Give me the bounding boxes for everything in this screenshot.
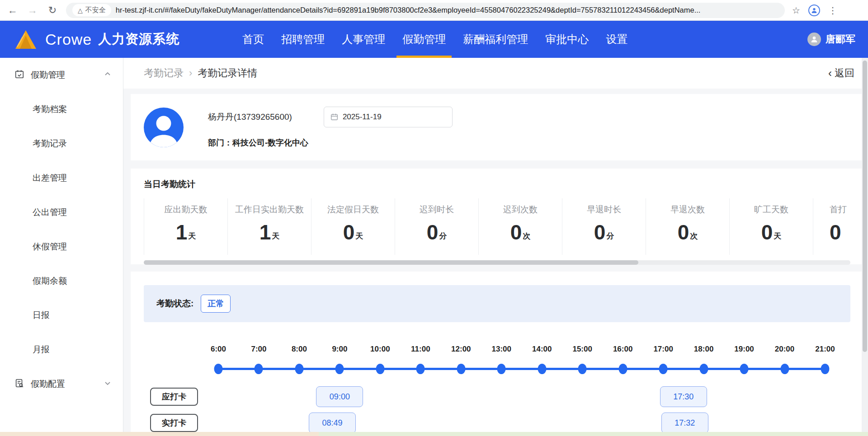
- punch-time-chip: 17:30: [660, 386, 707, 407]
- timeline-hour-label: 14:00: [532, 345, 552, 354]
- product-name: 人力资源系统: [98, 30, 179, 48]
- page: ← → ↻ △ 不安全 hr-test.zjf-it.cn/#/fakeDuty…: [0, 0, 868, 436]
- timeline-dot: [740, 364, 749, 374]
- timeline-dot: [699, 364, 708, 374]
- sidebar-item-0-2[interactable]: 出差管理: [0, 161, 123, 195]
- horizontal-scrollbar[interactable]: [144, 260, 850, 265]
- timeline: 6:007:008:009:0010:0011:0012:0013:0014:0…: [218, 345, 825, 375]
- nav-item-3[interactable]: 假勤管理: [394, 21, 454, 58]
- timeline-dot: [780, 364, 789, 374]
- top-nav: Crowe 人力资源系统 首页招聘管理人事管理假勤管理薪酬福利管理审批中心设置 …: [0, 21, 868, 58]
- timeline-hour-label: 21:00: [815, 345, 835, 354]
- timeline-hour-label: 11:00: [411, 345, 430, 354]
- nav-item-5[interactable]: 审批中心: [537, 21, 597, 58]
- employee-card: 杨丹丹(13739265600) 2025-11-19: [131, 94, 863, 160]
- stat-value-row: 0次: [479, 222, 562, 243]
- stat-value-row: 0天: [311, 222, 395, 243]
- stat-card-4: 迟到次数0次: [478, 198, 562, 255]
- stat-unit: 分: [439, 231, 447, 243]
- browser-back-icon[interactable]: ←: [6, 5, 19, 16]
- status-label: 考勤状态:: [156, 298, 193, 309]
- employee-department: 部门：科技公司-数字化中心: [208, 137, 453, 148]
- department-value: 科技公司-数字化中心: [232, 138, 308, 147]
- sidebar: 假勤管理考勤档案考勤记录出差管理公出管理休假管理假期余额日报月报假勤配置: [0, 58, 123, 436]
- breadcrumb-current: 考勤记录详情: [198, 66, 257, 80]
- back-button[interactable]: ‹ 返回: [828, 66, 854, 80]
- stat-label: 早退次数: [646, 204, 729, 216]
- stat-value: 0: [427, 222, 439, 243]
- timeline-hour-label: 15:00: [572, 345, 592, 354]
- timeline-dot: [538, 364, 546, 374]
- sidebar-group-label: 假勤管理: [31, 69, 98, 81]
- not-secure-chip[interactable]: △ 不安全: [72, 4, 111, 16]
- nav-item-2[interactable]: 人事管理: [333, 21, 394, 58]
- nav-item-1[interactable]: 招聘管理: [273, 21, 333, 58]
- browser-menu-icon[interactable]: ⋮: [828, 5, 837, 16]
- horizontal-scrollbar-thumb[interactable]: [144, 260, 638, 265]
- vertical-scrollbar-thumb[interactable]: [863, 61, 867, 352]
- brand-name: Crowe: [45, 31, 92, 48]
- main-content: 考勤记录 › 考勤记录详情 ‹ 返回: [123, 58, 868, 436]
- timeline-dot: [295, 364, 303, 374]
- sidebar-group-label: 假勤配置: [31, 378, 98, 390]
- sidebar-group-1[interactable]: 假勤配置: [0, 367, 123, 401]
- timeline-line: [218, 368, 825, 370]
- calendar-check-icon: [14, 69, 24, 81]
- sidebar-item-label: 假期余额: [33, 275, 67, 287]
- stat-value-row: 0分: [395, 222, 478, 243]
- stat-unit: 分: [606, 231, 614, 243]
- stat-value: 1: [259, 222, 271, 243]
- stat-card-3: 迟到时长0分: [395, 198, 478, 255]
- sidebar-item-label: 出差管理: [33, 172, 67, 184]
- punch-time-chip: 08:49: [309, 413, 356, 433]
- user-menu[interactable]: 唐郦军: [807, 33, 855, 46]
- sidebar-item-label: 日报: [33, 309, 50, 321]
- sidebar-item-0-3[interactable]: 公出管理: [0, 195, 123, 230]
- timeline-dot: [497, 364, 506, 374]
- punch-row-label: 实打卡: [150, 414, 198, 432]
- crowe-logo-icon: [13, 29, 39, 50]
- nav-item-0[interactable]: 首页: [234, 21, 273, 58]
- attendance-detail-card: 考勤状态: 正常 6:007:008:009:0010:0011:0012:00…: [131, 272, 863, 436]
- address-bar[interactable]: △ 不安全 hr-test.zjf-it.cn/#/fakeDuty/fakeD…: [66, 3, 785, 18]
- employee-name-phone: 杨丹丹(13739265600): [208, 111, 292, 123]
- timeline-dot: [255, 364, 263, 374]
- stat-value: 1: [176, 222, 188, 243]
- sidebar-item-0-1[interactable]: 考勤记录: [0, 127, 123, 161]
- sidebar-item-0-7[interactable]: 月报: [0, 333, 123, 367]
- stat-card-5: 早退时长0分: [562, 198, 646, 255]
- stat-card-0: 应出勤天数1天: [144, 198, 227, 255]
- date-picker[interactable]: 2025-11-19: [324, 107, 453, 127]
- stat-value: 0: [678, 222, 689, 243]
- stat-unit: 天: [774, 231, 781, 243]
- sidebar-item-0-0[interactable]: 考勤档案: [0, 92, 123, 127]
- timeline-hour-label: 6:00: [211, 345, 226, 354]
- timeline-hour-label: 18:00: [694, 345, 713, 354]
- timeline-dot: [659, 364, 668, 374]
- browser-profile-icon[interactable]: [808, 5, 820, 16]
- url-text: hr-test.zjf-it.cn/#/fakeDuty/fakeDutyMan…: [116, 6, 701, 14]
- stat-value-row: 0: [830, 222, 850, 243]
- stat-label: 早退时长: [562, 204, 646, 216]
- breadcrumb-parent[interactable]: 考勤记录: [144, 66, 184, 80]
- sidebar-item-0-6[interactable]: 日报: [0, 298, 123, 333]
- nav-item-4[interactable]: 薪酬福利管理: [454, 21, 537, 58]
- timeline-hour-label: 10:00: [370, 345, 390, 354]
- sidebar-item-0-4[interactable]: 休假管理: [0, 230, 123, 264]
- timeline-hour-label: 20:00: [775, 345, 794, 354]
- stat-value: 0: [594, 222, 606, 243]
- timeline-dot: [821, 364, 830, 374]
- person-icon: [144, 109, 184, 147]
- browser-reload-icon[interactable]: ↻: [46, 5, 59, 16]
- stat-value-row: 0分: [562, 222, 646, 243]
- timeline-hour-label: 7:00: [251, 345, 266, 354]
- bookmark-star-icon[interactable]: ☆: [792, 5, 800, 16]
- sidebar-item-0-5[interactable]: 假期余额: [0, 264, 123, 298]
- browser-forward-icon[interactable]: →: [26, 5, 39, 16]
- nav-item-6[interactable]: 设置: [597, 21, 636, 58]
- vertical-scrollbar[interactable]: [862, 58, 868, 436]
- stat-card-2: 法定假日天数0天: [311, 198, 395, 255]
- sidebar-group-0[interactable]: 假勤管理: [0, 58, 123, 92]
- stat-value-row: 0次: [646, 222, 729, 243]
- timeline-hour-labels: 6:007:008:009:0010:0011:0012:0013:0014:0…: [218, 345, 825, 355]
